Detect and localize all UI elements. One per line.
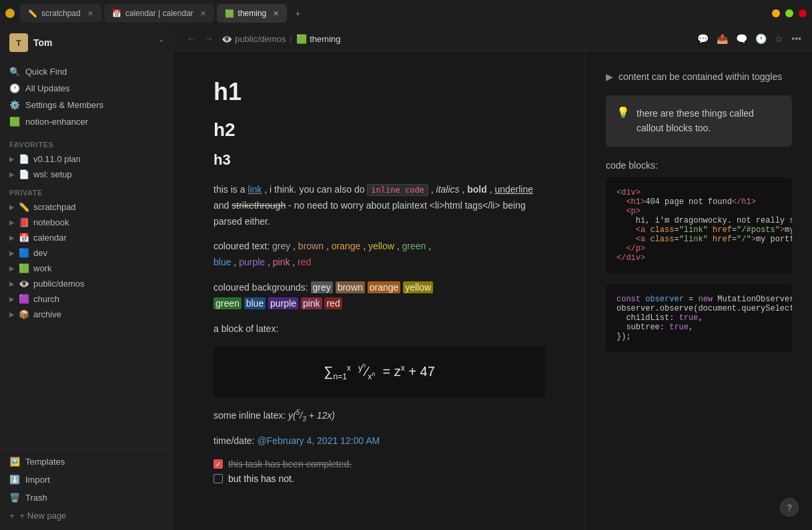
work-expand-icon: ▶: [9, 265, 15, 272]
new-tab-icon: +: [295, 8, 300, 19]
app-body: T Tom ⌃ 🔍 Quick Find 🕐 All Updates ⚙️ Se…: [0, 27, 812, 530]
sidebar: T Tom ⌃ 🔍 Quick Find 🕐 All Updates ⚙️ Se…: [0, 27, 173, 530]
public-demos-crumb-label: public/demos: [235, 34, 286, 44]
tab-theming[interactable]: 🟩 theming ✕: [217, 4, 288, 23]
bg-pink: pink: [301, 297, 322, 309]
para-pre: this is a: [214, 184, 248, 195]
toggle-row[interactable]: ▶ content can be contained within toggle…: [606, 71, 792, 82]
tab-calendar[interactable]: 📅 calendar | calendar ✕: [104, 4, 214, 23]
datetime-para: time/date: @February 4, 2021 12:00 AM: [214, 433, 545, 449]
inline-latex-label: some inline latex:: [214, 410, 288, 421]
heading-1: h1: [214, 78, 545, 106]
trash-icon: 🗑️: [9, 493, 20, 503]
tab-scratchpad-close[interactable]: ✕: [87, 9, 93, 18]
more-options-icon[interactable]: •••: [791, 33, 801, 44]
notebook-label: notebook: [33, 217, 69, 227]
text-grey: grey: [272, 241, 290, 251]
code-block-2: const observer = new MutationObserver((l…: [606, 284, 792, 352]
sidebar-item-all-updates[interactable]: 🕐 All Updates: [0, 80, 173, 97]
sidebar-item-work[interactable]: ▶ 🟩 work: [0, 261, 173, 276]
tab-theming-close[interactable]: ✕: [273, 9, 279, 18]
sidebar-item-notebook[interactable]: ▶ 📕 notebook: [0, 215, 173, 230]
sidebar-item-archive[interactable]: ▶ 📦 archive: [0, 307, 173, 322]
inline-link[interactable]: link: [248, 184, 262, 195]
comment-icon[interactable]: 💬: [697, 33, 709, 44]
sidebar-item-wsl-setup[interactable]: ▶ 📄 wsl: setup: [0, 167, 173, 182]
calendar-label: calendar: [33, 233, 67, 243]
text-purple: purple: [239, 257, 265, 267]
archive-expand-icon: ▶: [9, 311, 15, 318]
favorite-icon[interactable]: ☆: [775, 33, 783, 44]
sidebar-item-notion-enhancer[interactable]: 🟩 notion-enhancer: [0, 113, 173, 130]
paragraph-coloured-backgrounds: coloured backgrounds: grey brown orange …: [214, 280, 545, 312]
right-panel: ▶ content can be contained within toggle…: [585, 51, 812, 530]
text-green: green: [402, 241, 426, 251]
maximize-button[interactable]: [785, 9, 793, 17]
new-tab-button[interactable]: +: [290, 4, 306, 23]
checkbox-unchecked[interactable]: [214, 474, 223, 483]
sidebar-item-calendar[interactable]: ▶ 📅 calendar: [0, 230, 173, 245]
bg-orange: orange: [368, 281, 401, 293]
user-chevron-icon: ⌃: [158, 39, 164, 47]
breadcrumb-theming[interactable]: 🟩 theming: [296, 34, 340, 44]
theming-tab-icon: 🟩: [225, 9, 234, 18]
ct-sep7: ,: [292, 257, 298, 267]
sidebar-item-quick-find[interactable]: 🔍 Quick Find: [0, 63, 173, 80]
bg-yellow: yellow: [403, 281, 433, 293]
minimize-button[interactable]: [772, 9, 780, 17]
calendar-tab-icon: 📅: [112, 9, 121, 18]
scratchpad-tab-icon: ✏️: [28, 9, 37, 18]
templates-label: Templates: [25, 457, 65, 467]
trash-label: Trash: [25, 493, 47, 503]
strikethrough-text: strikethrough: [232, 200, 286, 211]
back-button[interactable]: ←: [184, 32, 199, 45]
topbar-actions: 💬 📤 🗨️ 🕐 ☆ •••: [697, 33, 801, 44]
quick-find-icon: 🔍: [9, 67, 20, 77]
templates-icon: 🖼️: [9, 457, 20, 467]
scratchpad-expand-icon: ▶: [9, 203, 15, 211]
text-brown: brown: [298, 241, 324, 251]
text-yellow: yellow: [368, 241, 394, 251]
breadcrumb-public-demos[interactable]: 👁️ public/demos: [222, 34, 286, 44]
bg-grey: grey: [311, 281, 333, 293]
inline-latex-para: some inline latex: y(5/3 + 12x): [214, 407, 545, 424]
sidebar-item-import[interactable]: ⬇️ Import: [0, 471, 173, 489]
avatar: T: [9, 33, 28, 52]
share-icon[interactable]: 📤: [717, 33, 728, 44]
content-area: ← → 👁️ public/demos / 🟩 theming 💬 📤 🗨️ 🕐: [173, 27, 812, 530]
tab-scratchpad[interactable]: ✏️ scratchpad ✕: [20, 4, 101, 23]
bold-text: bold: [467, 184, 487, 195]
window-controls: [772, 9, 807, 17]
help-button[interactable]: ?: [780, 498, 799, 517]
sidebar-item-v011-plan[interactable]: ▶ 📄 v0.11.0 plan: [0, 151, 173, 167]
wsl-expand-arrow-icon: ▶: [9, 171, 15, 178]
sidebar-item-settings[interactable]: ⚙️ Settings & Members: [0, 97, 173, 113]
work-label: work: [33, 263, 51, 273]
titlebar: ✏️ scratchpad ✕ 📅 calendar | calendar ✕ …: [0, 0, 812, 27]
para-after-code: ,: [431, 184, 436, 195]
ct-sep2: ,: [326, 241, 332, 251]
sidebar-item-trash[interactable]: 🗑️ Trash: [0, 489, 173, 507]
public-demos-icon: 👁️: [19, 279, 29, 289]
notebook-icon: 📕: [19, 217, 29, 227]
sidebar-bottom: 🖼️ Templates ⬇️ Import 🗑️ Trash + + New …: [0, 448, 173, 525]
sidebar-header[interactable]: T Tom ⌃: [0, 27, 173, 59]
sidebar-item-public-demos[interactable]: ▶ 👁️ public/demos: [0, 276, 173, 291]
forward-button[interactable]: →: [201, 32, 216, 45]
sidebar-item-church[interactable]: ▶ 🟪 church: [0, 291, 173, 307]
settings-icon: ⚙️: [9, 100, 20, 110]
chat-icon[interactable]: 🗨️: [736, 33, 747, 44]
sidebar-item-scratchpad[interactable]: ▶ ✏️ scratchpad: [0, 199, 173, 215]
checkbox-checked[interactable]: ✓: [214, 459, 223, 469]
sidebar-item-dev[interactable]: ▶ 🟦 dev: [0, 245, 173, 261]
datetime-label: time/date:: [214, 435, 257, 446]
new-page-button[interactable]: + + New page: [0, 507, 173, 525]
import-icon: ⬇️: [9, 475, 20, 485]
close-button[interactable]: [799, 9, 807, 17]
italic-text: italics: [436, 184, 460, 195]
tab-calendar-close[interactable]: ✕: [200, 9, 206, 18]
expand-arrow-icon: ▶: [9, 155, 15, 163]
history-icon[interactable]: 🕐: [755, 33, 767, 44]
coloured-text-label: coloured text:: [214, 241, 272, 251]
sidebar-item-templates[interactable]: 🖼️ Templates: [0, 453, 173, 471]
